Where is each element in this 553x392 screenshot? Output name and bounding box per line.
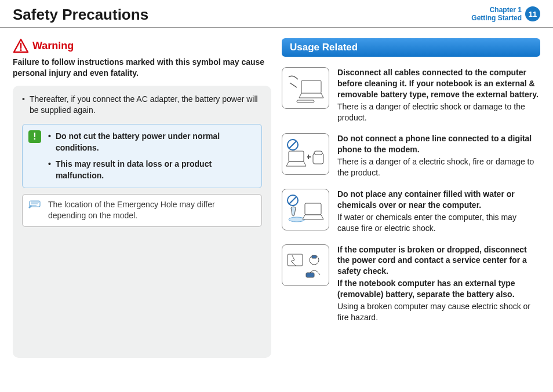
usage-text: Do not connect a phone line connected to… bbox=[337, 133, 540, 178]
svg-rect-14 bbox=[305, 203, 321, 215]
chapter-text: Chapter 1 Getting Started bbox=[471, 6, 522, 23]
note-icon bbox=[28, 199, 41, 208]
exclamation-square-icon: ! bbox=[28, 130, 41, 143]
svg-rect-8 bbox=[289, 151, 304, 162]
svg-point-2 bbox=[20, 49, 21, 51]
usage-bold: Do not place any container filled with w… bbox=[337, 189, 540, 211]
callout-item: • This may result in data loss or a prod… bbox=[48, 158, 254, 182]
no-phone-modem-icon bbox=[282, 133, 329, 175]
callout-text-1: Do not cut the battery power under norma… bbox=[56, 130, 254, 154]
content-columns: Warning Failure to follow instructions m… bbox=[0, 28, 553, 358]
warning-header: Warning bbox=[13, 38, 271, 53]
svg-line-7 bbox=[289, 141, 296, 148]
section-heading-bar: Usage Related bbox=[282, 38, 540, 57]
grey-panel: • Thereafter, if you connect the AC adap… bbox=[13, 86, 271, 358]
usage-reg: Using a broken computer may cause electr… bbox=[337, 301, 540, 323]
note-callout: The location of the Emergency Hole may d… bbox=[22, 194, 262, 227]
warning-lead-text: Failure to follow instructions marked wi… bbox=[13, 57, 271, 79]
svg-rect-4 bbox=[301, 80, 321, 93]
callout-item: • Do not cut the battery power under nor… bbox=[48, 130, 254, 154]
warning-triangle-icon bbox=[13, 38, 29, 53]
bullet-dot-icon: • bbox=[22, 94, 25, 116]
usage-reg: There is a danger of a electric shock, f… bbox=[337, 156, 540, 178]
usage-item: Disconnect all cables connected to the c… bbox=[282, 67, 540, 123]
bullet-dot-icon: • bbox=[48, 158, 51, 182]
svg-line-12 bbox=[289, 197, 296, 204]
chapter-block: Chapter 1 Getting Started 11 bbox=[471, 6, 540, 23]
broken-computer-service-icon bbox=[282, 244, 329, 286]
usage-text: If the computer is broken or dropped, di… bbox=[337, 244, 540, 323]
grey-bullet-item: • Thereafter, if you connect the AC adap… bbox=[22, 94, 262, 116]
svg-rect-5 bbox=[297, 100, 314, 102]
svg-rect-17 bbox=[312, 255, 316, 258]
page-header: Safety Precautions Chapter 1 Getting Sta… bbox=[0, 0, 553, 28]
svg-rect-18 bbox=[306, 273, 314, 277]
chapter-line1: Chapter 1 bbox=[471, 6, 522, 14]
usage-item: If the computer is broken or dropped, di… bbox=[282, 244, 540, 323]
usage-bold: Do not connect a phone line connected to… bbox=[337, 133, 540, 155]
note-text: The location of the Emergency Hole may d… bbox=[48, 200, 215, 221]
warning-label: Warning bbox=[32, 40, 74, 52]
usage-text: Do not place any container filled with w… bbox=[337, 189, 540, 234]
page-number-badge: 11 bbox=[525, 6, 540, 21]
page-title: Safety Precautions bbox=[13, 6, 148, 24]
caution-callout: ! • Do not cut the battery power under n… bbox=[22, 124, 262, 188]
chapter-line2: Getting Started bbox=[471, 14, 522, 22]
disconnect-cables-icon bbox=[282, 67, 329, 109]
no-water-icon bbox=[282, 189, 329, 230]
svg-rect-9 bbox=[313, 153, 323, 164]
callout-text-2: This may result in data loss or a produc… bbox=[56, 158, 254, 182]
left-column: Warning Failure to follow instructions m… bbox=[13, 38, 271, 358]
usage-item: Do not connect a phone line connected to… bbox=[282, 133, 540, 178]
usage-reg: If water or chemicals enter the computer… bbox=[337, 212, 540, 234]
usage-bold: If the computer is broken or dropped, di… bbox=[337, 244, 540, 277]
usage-bold-2: If the notebook computer has an external… bbox=[337, 278, 540, 300]
grey-bullet-text: Thereafter, if you connect the AC adapte… bbox=[30, 94, 262, 116]
usage-text: Disconnect all cables connected to the c… bbox=[337, 67, 540, 123]
usage-bold: Disconnect all cables connected to the c… bbox=[337, 67, 540, 100]
bullet-dot-icon: • bbox=[48, 130, 51, 154]
usage-item: Do not place any container filled with w… bbox=[282, 189, 540, 234]
right-column: Usage Related Disconnect all cables conn… bbox=[282, 38, 540, 358]
svg-rect-10 bbox=[314, 151, 322, 155]
svg-rect-15 bbox=[288, 254, 303, 266]
usage-reg: There is a danger of electric shock or d… bbox=[337, 101, 540, 123]
